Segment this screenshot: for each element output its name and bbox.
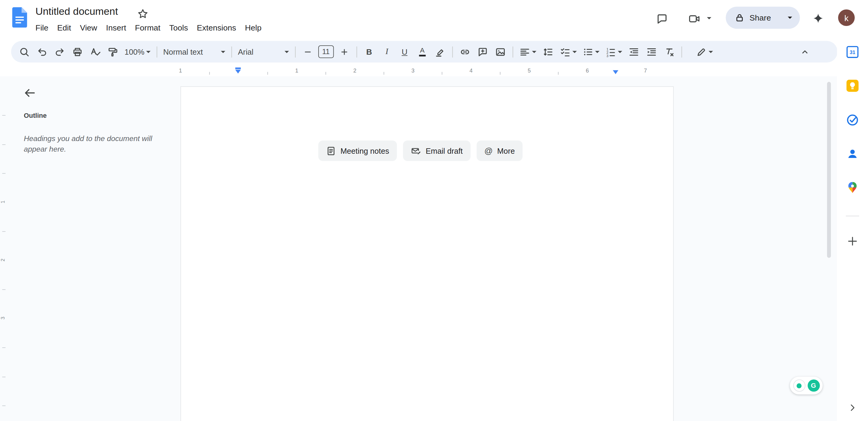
bulleted-list-button[interactable] (579, 43, 602, 60)
redo-button[interactable] (51, 43, 68, 60)
line-spacing-button[interactable] (539, 43, 556, 60)
spell-check-button[interactable] (87, 43, 104, 60)
checklist-button[interactable] (557, 43, 579, 60)
zoom-select[interactable]: 100% (122, 43, 153, 60)
comment-icon (656, 13, 668, 25)
menu-format[interactable]: Format (130, 21, 165, 35)
ruler-number: 5 (528, 67, 531, 73)
hide-menus-button[interactable] (797, 43, 813, 60)
text-color-button[interactable]: A (414, 43, 431, 60)
undo-icon (37, 46, 48, 57)
document-title[interactable]: Untitled document (35, 5, 118, 18)
paragraph-style-select[interactable]: Normal text (160, 43, 228, 60)
right-indent-marker[interactable] (613, 70, 618, 74)
underline-button[interactable]: U (396, 43, 413, 60)
paint-format-button[interactable] (104, 43, 121, 60)
increase-font-size-button[interactable] (336, 43, 352, 60)
menu-view[interactable]: View (75, 21, 101, 35)
chip-label: More (497, 146, 515, 155)
highlight-color-button[interactable] (432, 43, 448, 60)
grammarly-button[interactable]: G (807, 379, 819, 391)
align-button[interactable] (517, 43, 539, 60)
ruler-number: 3 (0, 314, 5, 322)
menu-extensions[interactable]: Extensions (192, 21, 241, 35)
hide-side-panel-button[interactable] (843, 399, 861, 417)
chevron-up-icon (799, 46, 811, 57)
zoom-value: 100% (125, 47, 145, 56)
toolbar-separator (157, 46, 157, 57)
toolbar-separator (231, 46, 232, 57)
numbered-list-button[interactable]: 1 2 3 (602, 43, 625, 60)
menu-bar: File Edit View Insert Format Tools Exten… (31, 21, 266, 35)
vertical-ruler: 1 2 3 (0, 76, 9, 421)
menu-help[interactable]: Help (241, 21, 266, 35)
italic-icon: I (385, 47, 388, 57)
bold-button[interactable]: B (361, 43, 377, 60)
grammarly-tone-button[interactable] (793, 379, 805, 391)
image-icon (495, 46, 506, 57)
insert-image-button[interactable] (492, 43, 509, 60)
add-comment-button[interactable] (474, 43, 491, 60)
grammarly-widget: G (790, 377, 823, 394)
star-button[interactable] (135, 6, 151, 22)
join-call-button[interactable] (686, 10, 704, 28)
decrease-indent-button[interactable] (625, 43, 642, 60)
open-comments-button[interactable] (653, 10, 671, 28)
get-add-ons-button[interactable] (841, 230, 864, 252)
menu-tools[interactable]: Tools (165, 21, 192, 35)
paragraph-style-value: Normal text (163, 47, 203, 56)
account-avatar[interactable]: k (838, 9, 855, 26)
vertical-scrollbar[interactable] (827, 82, 831, 258)
keep-icon (846, 80, 859, 92)
call-dropdown-arrow[interactable] (707, 17, 711, 19)
document-page[interactable]: Meeting notes Email draft @ More (180, 86, 674, 421)
font-family-value: Arial (238, 47, 253, 56)
decrease-font-size-button[interactable] (300, 43, 316, 60)
maps-icon (846, 182, 859, 194)
pen-icon (696, 46, 707, 57)
search-menus-button[interactable] (16, 43, 33, 60)
menu-file[interactable]: File (31, 21, 53, 35)
arrow-left-icon (23, 86, 37, 100)
menu-insert[interactable]: Insert (101, 21, 130, 35)
font-family-select[interactable]: Arial (235, 43, 292, 60)
italic-button[interactable]: I (378, 43, 395, 60)
print-button[interactable] (69, 43, 86, 60)
more-blocks-chip[interactable]: @ More (476, 140, 523, 161)
highlighter-icon (434, 46, 445, 57)
tasks-app-button[interactable] (841, 109, 864, 131)
paint-roller-icon (107, 46, 119, 57)
gemini-button[interactable] (811, 11, 826, 27)
calendar-icon: 31 (846, 46, 859, 58)
share-dropdown-arrow[interactable] (787, 17, 792, 19)
increase-indent-button[interactable] (643, 43, 660, 60)
menu-edit[interactable]: Edit (53, 21, 75, 35)
spellcheck-icon (90, 46, 101, 57)
font-size-input[interactable]: 11 (318, 45, 334, 58)
first-line-indent-marker[interactable] (235, 67, 241, 73)
clear-formatting-button[interactable] (661, 43, 678, 60)
maps-app-button[interactable] (841, 176, 864, 198)
ruler-number: 6 (586, 67, 589, 73)
docs-logo-icon[interactable] (12, 7, 27, 28)
close-outline-button[interactable] (21, 84, 39, 102)
contacts-app-button[interactable] (841, 143, 864, 165)
outline-panel-title: Outline (24, 112, 47, 120)
video-camera-icon (688, 13, 702, 25)
undo-button[interactable] (34, 43, 51, 60)
chevron-right-icon (847, 402, 858, 413)
bulleted-list-icon (582, 46, 594, 57)
calendar-app-button[interactable]: 31 (841, 41, 864, 63)
keep-app-button[interactable] (841, 74, 864, 97)
ruler-number: 1 (0, 198, 5, 206)
align-left-icon (519, 46, 530, 57)
ruler-number: 1 (179, 67, 182, 73)
contacts-icon (846, 148, 859, 160)
insert-link-button[interactable] (457, 43, 473, 60)
editing-mode-button[interactable] (693, 43, 716, 60)
meeting-notes-chip[interactable]: Meeting notes (318, 140, 397, 161)
share-button[interactable]: Share (726, 7, 800, 29)
header: Untitled document File Edit View Insert … (0, 0, 868, 38)
toolbar-separator (452, 46, 453, 57)
email-draft-chip[interactable]: Email draft (403, 140, 470, 161)
